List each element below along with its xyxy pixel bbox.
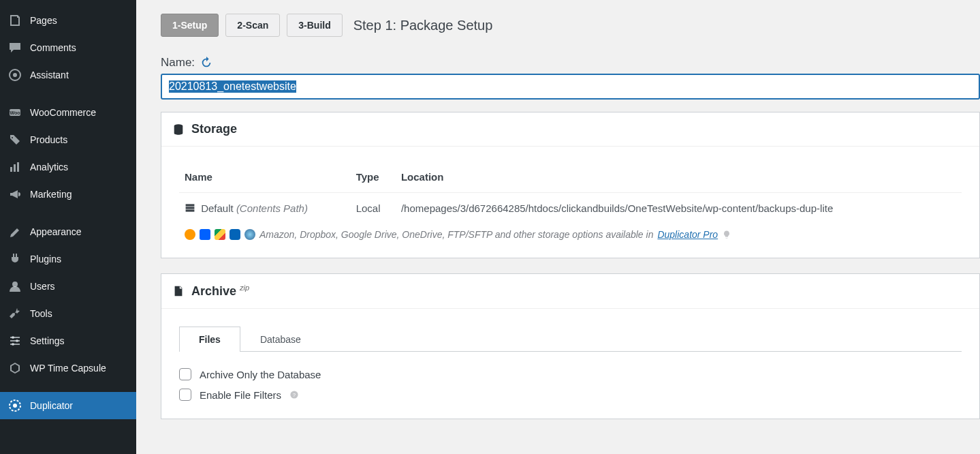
svg-text:Woo: Woo	[10, 110, 20, 115]
tab-files[interactable]: Files	[179, 327, 240, 352]
name-label: Name:	[161, 56, 195, 70]
svg-point-1	[13, 73, 17, 77]
table-row: Default (Contents Path) Local /homepages…	[179, 193, 962, 224]
archive-tabs: Files Database	[179, 327, 962, 352]
sidebar-item-label: Marketing	[30, 189, 72, 200]
pro-upsell-row: Amazon, Dropbox, Google Drive, OneDrive,…	[179, 224, 962, 244]
tab-database[interactable]: Database	[240, 327, 321, 352]
sidebar-item-wptimecapsule[interactable]: WP Time Capsule	[0, 354, 136, 382]
storage-name-suffix: (Contents Path)	[236, 202, 308, 214]
amazon-icon	[185, 229, 195, 240]
server-icon	[185, 202, 195, 213]
sidebar-item-marketing[interactable]: Marketing	[0, 181, 136, 208]
dropbox-icon	[200, 229, 210, 240]
sidebar-item-analytics[interactable]: Analytics	[0, 153, 136, 181]
sidebar-item-users[interactable]: Users	[0, 273, 136, 300]
sidebar-item-label: Pages	[30, 15, 57, 26]
database-icon	[172, 123, 185, 136]
help-icon[interactable]: ?	[289, 390, 299, 399]
svg-point-12	[16, 339, 18, 342]
archive-panel-header[interactable]: Archive zip	[161, 274, 979, 309]
settings-icon	[8, 334, 22, 348]
duplicator-pro-link[interactable]: Duplicator Pro	[657, 229, 718, 240]
storage-title: Storage	[191, 122, 237, 136]
sidebar-item-label: Plugins	[30, 254, 61, 264]
sidebar-item-assistant[interactable]: Assistant	[0, 61, 136, 89]
svg-point-11	[12, 336, 14, 339]
gdrive-icon	[215, 229, 225, 240]
col-location: Location	[396, 164, 962, 193]
step-bar: 1-Setup 2-Scan 3-Build Step 1: Package S…	[161, 14, 980, 37]
svg-point-7	[12, 282, 18, 287]
archive-panel: Archive zip Files Database Archive Only …	[161, 273, 980, 419]
enable-file-filters-row[interactable]: Enable File Filters ?	[179, 384, 962, 405]
enable-file-filters-checkbox[interactable]	[179, 389, 191, 401]
analytics-icon	[8, 160, 22, 174]
sidebar-item-label: Products	[30, 134, 67, 145]
sidebar-item-comments[interactable]: Comments	[0, 34, 136, 61]
main-content: 1-Setup 2-Scan 3-Build Step 1: Package S…	[136, 0, 980, 454]
archive-title: Archive	[191, 284, 236, 298]
col-type: Type	[351, 164, 396, 193]
sidebar-item-settings[interactable]: Settings	[0, 327, 136, 354]
step-setup-button[interactable]: 1-Setup	[161, 14, 219, 37]
storage-table: Name Type Location Default (Contents Pat…	[179, 164, 962, 224]
sidebar-item-label: Appearance	[30, 226, 82, 237]
pages-icon	[8, 14, 22, 27]
enable-file-filters-label: Enable File Filters	[200, 389, 281, 401]
comments-icon	[8, 41, 22, 55]
woo-icon: Woo	[8, 106, 22, 119]
storage-type: Local	[351, 193, 396, 224]
marketing-icon	[8, 187, 22, 201]
storage-location: /homepages/3/d672664285/htdocs/clickandb…	[396, 193, 962, 224]
step-title: Step 1: Package Setup	[353, 18, 493, 33]
sidebar-item-label: Comments	[30, 42, 76, 53]
svg-rect-17	[186, 204, 195, 206]
storage-panel: Storage Name Type Location	[161, 112, 980, 258]
sidebar-item-label: WP Time Capsule	[30, 363, 106, 374]
pro-text: Amazon, Dropbox, Google Drive, OneDrive,…	[259, 229, 653, 240]
svg-rect-4	[10, 167, 12, 172]
reset-icon[interactable]	[200, 57, 212, 69]
archive-format: zip	[240, 284, 249, 292]
onedrive-icon	[230, 229, 240, 240]
archive-icon	[172, 285, 185, 297]
appearance-icon	[8, 225, 22, 239]
svg-point-13	[12, 343, 14, 346]
admin-sidebar: Pages Comments Assistant Woo WooCommerce…	[0, 0, 136, 454]
archive-only-db-row[interactable]: Archive Only the Database	[179, 364, 962, 384]
svg-text:?: ?	[293, 392, 296, 398]
sidebar-item-label: Assistant	[30, 70, 69, 80]
sidebar-item-plugins[interactable]: Plugins	[0, 245, 136, 273]
svg-rect-5	[14, 164, 16, 172]
ftp-icon	[244, 229, 255, 240]
assistant-icon	[8, 68, 22, 82]
step-build-button[interactable]: 3-Build	[287, 14, 342, 37]
sidebar-item-pages[interactable]: Pages	[0, 7, 136, 34]
name-section: Name:	[161, 56, 980, 100]
sidebar-item-label: Analytics	[30, 162, 68, 172]
lightbulb-icon	[722, 230, 731, 239]
sidebar-item-woocommerce[interactable]: Woo WooCommerce	[0, 99, 136, 126]
plugins-icon	[8, 252, 22, 266]
svg-rect-18	[186, 207, 195, 209]
storage-name: Default	[201, 202, 234, 214]
sidebar-item-label: Users	[30, 281, 55, 292]
sidebar-item-label: WooCommerce	[30, 107, 96, 118]
timecapsule-icon	[8, 361, 22, 375]
step-scan-button[interactable]: 2-Scan	[225, 14, 280, 37]
sidebar-item-label: Tools	[30, 308, 52, 319]
sidebar-item-appearance[interactable]: Appearance	[0, 218, 136, 245]
col-name: Name	[179, 164, 351, 193]
archive-only-db-label: Archive Only the Database	[200, 369, 321, 380]
package-name-input[interactable]	[161, 74, 980, 100]
archive-only-db-checkbox[interactable]	[179, 368, 191, 380]
storage-panel-header[interactable]: Storage	[161, 112, 979, 147]
svg-point-15	[13, 404, 17, 408]
sidebar-item-duplicator[interactable]: Duplicator	[0, 392, 136, 419]
products-icon	[8, 133, 22, 147]
svg-rect-6	[17, 162, 19, 172]
sidebar-item-products[interactable]: Products	[0, 126, 136, 153]
sidebar-item-tools[interactable]: Tools	[0, 300, 136, 327]
tools-icon	[8, 307, 22, 320]
